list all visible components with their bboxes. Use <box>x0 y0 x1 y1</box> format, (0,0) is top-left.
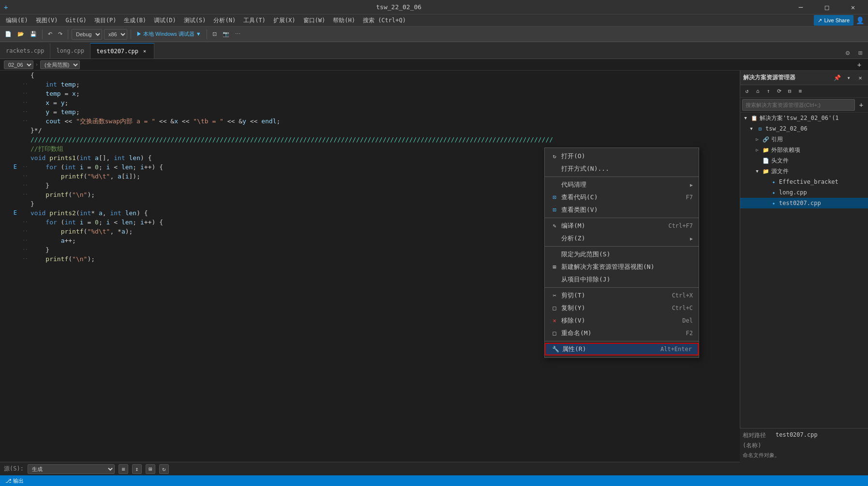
output-btn-2[interactable]: ↕ <box>132 464 142 474</box>
ctx-remove[interactable]: ✕ 移除(V) Del <box>545 314 699 327</box>
ctx-rename[interactable]: □ 重命名(M) F2 <box>545 327 699 339</box>
ctx-view-code-label: 查看代码(C) <box>561 193 683 202</box>
toolbar-sep-1 <box>42 29 43 39</box>
scope-dropdown[interactable]: (全局范围) <box>40 60 80 69</box>
menu-edit[interactable]: 编辑(E) <box>2 15 32 26</box>
output-source-dropdown[interactable]: 生成 <box>28 464 115 474</box>
close-button[interactable]: ✕ <box>842 0 864 15</box>
tab-settings-btn[interactable]: ⚙ <box>842 47 853 59</box>
filter-btn[interactable]: ≡ <box>795 87 805 96</box>
account-button[interactable]: 👤 <box>853 14 866 27</box>
maximize-button[interactable]: □ <box>816 0 838 15</box>
ctx-exclude[interactable]: 从项目中排除(J) <box>545 273 699 286</box>
toolbar-snapshot-btn[interactable]: 📷 <box>221 29 231 40</box>
menu-search[interactable]: 搜索 (Ctrl+Q) <box>359 15 410 26</box>
headers-icon: 📄 <box>762 157 770 164</box>
menu-view[interactable]: 视图(V) <box>32 15 62 26</box>
long-cpp-icon: ✦ <box>770 189 778 196</box>
tree-source-files[interactable]: ▼ 📁 源文件 <box>740 166 868 177</box>
new-file-button[interactable]: 📄 <box>3 29 14 40</box>
menu-debug[interactable]: 调试(D) <box>150 15 180 26</box>
code-line-3: ·· temp = x; <box>0 89 740 98</box>
menu-test[interactable]: 测试(S) <box>180 15 210 26</box>
ctx-compile[interactable]: ✎ 编译(M) Ctrl+F7 <box>545 220 699 232</box>
tab-rackets[interactable]: rackets.cpp <box>0 43 50 59</box>
solution-explorer-search[interactable] <box>742 99 855 111</box>
output-btn-4[interactable]: ↻ <box>159 464 169 474</box>
undo-button[interactable]: ↶ <box>46 29 54 40</box>
ctx-copy-label: 复制(Y) <box>561 304 669 312</box>
panel-close-btn[interactable]: ✕ <box>855 73 865 83</box>
menu-git[interactable]: Git(G) <box>61 15 90 25</box>
ctx-new-explorer-view[interactable]: ⊞ 新建解决方案资源管理器视图(N) <box>545 261 699 273</box>
menu-project[interactable]: 项目(P) <box>90 15 120 26</box>
context-menu: ↻ 打开(O) 打开方式(N)... 代码清理 ▶ ⊡ 查看代码(C) F7 ⊡… <box>544 147 699 358</box>
panel-toolbar: ↺ ⌂ ↑ ⟳ ⊟ ≡ <box>740 85 868 98</box>
project-dropdown[interactable]: 02_06 <box>4 60 33 69</box>
tree-references-arrow: ▷ <box>754 136 761 143</box>
ctx-view-class[interactable]: ⊡ 查看类图(V) <box>545 204 699 216</box>
menu-extensions[interactable]: 扩展(X) <box>269 15 299 26</box>
panel-pin-btn[interactable]: 📌 <box>832 73 842 83</box>
minimize-button[interactable]: ─ <box>790 0 812 15</box>
references-icon: 🔗 <box>762 135 770 143</box>
tree-ext-arrow: ▷ <box>754 147 761 153</box>
status-branch[interactable]: ⎇ 输出 <box>4 477 25 485</box>
branch-icon: ⎇ <box>5 478 12 484</box>
output-btn-1[interactable]: ≡ <box>119 464 128 474</box>
tab-test0207-close[interactable]: ✕ <box>141 48 148 55</box>
panel-dropdown-btn[interactable]: ▾ <box>844 73 853 83</box>
tree-test0207-label: test0207.cpp <box>779 200 821 206</box>
tab-long-label: long.cpp <box>56 47 84 54</box>
platform-dropdown[interactable]: x86 <box>104 29 127 40</box>
ctx-view-class-icon: ⊡ <box>551 206 558 214</box>
ctx-open[interactable]: ↻ 打开(O) <box>545 150 699 162</box>
tree-references[interactable]: ▷ 🔗 引用 <box>740 134 868 145</box>
menu-tools[interactable]: 工具(T) <box>239 15 269 26</box>
ctx-scope[interactable]: 限定为此范围(S) <box>545 248 699 261</box>
toolbar-more-btn[interactable]: ⋯ <box>233 29 242 40</box>
menu-analyze[interactable]: 分析(N) <box>210 15 239 26</box>
sync-btn[interactable]: ↺ <box>742 87 752 96</box>
tree-project[interactable]: ▼ ⊡ tsw_22_02_06 <box>740 123 868 134</box>
collapse-btn[interactable]: ⊟ <box>785 87 794 96</box>
tree-long-cpp[interactable]: ▷ ✦ long.cpp <box>740 187 868 198</box>
run-button[interactable]: ▶ 本地 Windows 调试器 ▼ <box>135 29 203 40</box>
tree-external-deps[interactable]: ▷ 📁 外部依赖项 <box>740 145 868 155</box>
code-line-1: { <box>0 71 740 80</box>
ctx-copy[interactable]: □ 复制(Y) Ctrl+C <box>545 302 699 314</box>
menu-build[interactable]: 生成(B) <box>120 15 150 26</box>
menu-help[interactable]: 帮助(H) <box>329 15 359 26</box>
ctx-analyze[interactable]: 分析(Z) ▶ <box>545 232 699 245</box>
open-button[interactable]: 📂 <box>15 29 26 40</box>
code-line-7: }*/ <box>0 126 740 135</box>
tree-effective-bracket[interactable]: ▷ ✦ Effective_bracket <box>740 177 868 187</box>
menu-window[interactable]: 窗口(W) <box>299 15 329 26</box>
breadcrumb-add-button[interactable]: + <box>854 60 864 70</box>
solution-explorer-panel: 解决方案资源管理器 📌 ▾ ✕ ↺ ⌂ ↑ ⟳ ⊟ ≡ + ▼ 📋 解决方案't… <box>740 71 868 448</box>
debug-config-dropdown[interactable]: Debug <box>72 29 102 40</box>
tree-headers[interactable]: ▷ 📄 头文件 <box>740 155 868 166</box>
tab-test0207[interactable]: test0207.cpp ✕ <box>90 43 154 59</box>
tree-test0207[interactable]: ▷ ✦ test0207.cpp <box>740 198 868 208</box>
toolbar-attach-btn[interactable]: ⊡ <box>210 29 219 40</box>
prop-row-relpath: 相对路径 test0207.cpp <box>743 431 865 440</box>
ctx-exclude-icon <box>551 276 558 283</box>
ctx-cut[interactable]: ✂ 剪切(T) Ctrl+X <box>545 289 699 302</box>
live-share-button[interactable]: ↗ Live Share <box>814 15 853 26</box>
home-btn[interactable]: ⌂ <box>753 87 763 96</box>
redo-button[interactable]: ↷ <box>56 29 64 40</box>
refresh-btn[interactable]: ⟳ <box>774 87 784 96</box>
output-btn-3[interactable]: ⊞ <box>146 464 155 474</box>
tab-long[interactable]: long.cpp <box>50 43 90 59</box>
ctx-scope-label: 限定为此范围(S) <box>561 250 693 259</box>
ctx-code-cleanup[interactable]: 代码清理 ▶ <box>545 178 699 191</box>
ctx-open-with[interactable]: 打开方式(N)... <box>545 162 699 175</box>
ctx-view-code[interactable]: ⊡ 查看代码(C) F7 <box>545 191 699 204</box>
tab-layout-btn[interactable]: ⊞ <box>854 47 866 59</box>
tree-root[interactable]: ▼ 📋 解决方案'tsw_22_02_06'(1 <box>740 113 868 123</box>
save-button[interactable]: 💾 <box>28 29 39 40</box>
ctx-properties[interactable]: 🔧 属性(R) Alt+Enter <box>545 343 699 355</box>
up-btn[interactable]: ↑ <box>763 87 773 96</box>
search-add-btn[interactable]: + <box>856 100 866 110</box>
